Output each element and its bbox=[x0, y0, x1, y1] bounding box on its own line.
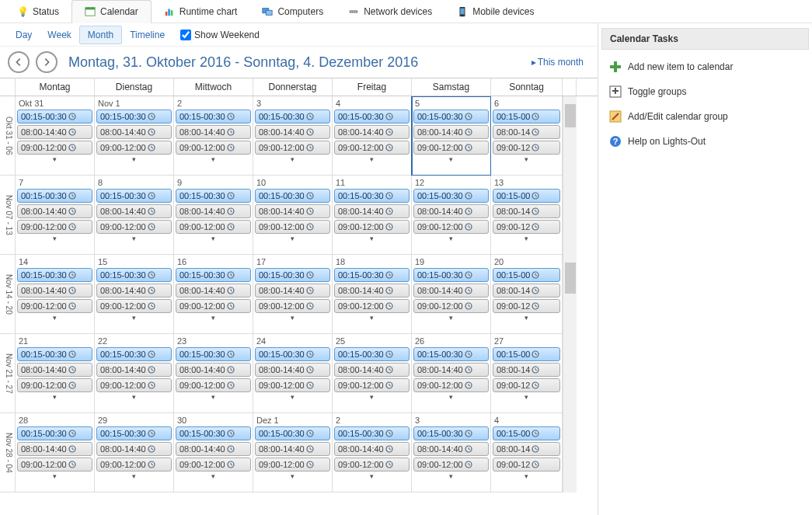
calendar-event[interactable]: 08:00-14:40 bbox=[17, 442, 92, 456]
day-cell[interactable]: 2100:15-00:3008:00-14:4009:00-12:00▾ bbox=[16, 334, 95, 413]
expand-day-icon[interactable]: ▾ bbox=[493, 472, 560, 480]
day-cell[interactable]: 2900:15-00:3008:00-14:4009:00-12:00▾ bbox=[95, 413, 174, 492]
calendar-event[interactable]: 08:00-14:40 bbox=[96, 204, 172, 218]
calendar-event[interactable]: 09:00-12:00 bbox=[413, 378, 489, 392]
calendar-event[interactable]: 09:00-12:00 bbox=[17, 378, 92, 392]
day-cell[interactable]: 2400:15-00:3008:00-14:4009:00-12:00▾ bbox=[253, 334, 333, 413]
calendar-event[interactable]: 00:15-00 bbox=[493, 426, 560, 440]
expand-day-icon[interactable]: ▾ bbox=[176, 155, 251, 163]
calendar-event[interactable]: 00:15-00 bbox=[493, 347, 560, 361]
scrollbar[interactable] bbox=[563, 255, 577, 334]
calendar-event[interactable]: 00:15-00:30 bbox=[334, 110, 409, 124]
calendar-event[interactable]: 09:00-12:00 bbox=[96, 299, 172, 313]
expand-day-icon[interactable]: ▾ bbox=[17, 313, 92, 322]
view-day[interactable]: Day bbox=[8, 26, 40, 43]
day-cell[interactable]: 400:15-0008:00-1409:00-12▾ bbox=[491, 413, 563, 492]
task-add-edit-group[interactable]: Add/Edit calendar group bbox=[601, 104, 809, 129]
day-cell[interactable]: Dez 100:15-00:3008:00-14:4009:00-12:00▾ bbox=[253, 413, 333, 492]
calendar-event[interactable]: 00:15-00:30 bbox=[17, 268, 92, 282]
calendar-event[interactable]: 08:00-14 bbox=[493, 125, 560, 139]
day-cell[interactable]: 1400:15-00:3008:00-14:4009:00-12:00▾ bbox=[16, 255, 95, 334]
calendar-event[interactable]: 08:00-14:40 bbox=[96, 442, 172, 456]
day-cell[interactable]: 1200:15-00:3008:00-14:4009:00-12:00▾ bbox=[412, 176, 491, 255]
expand-day-icon[interactable]: ▾ bbox=[96, 472, 172, 480]
day-cell[interactable]: Okt 3100:15-00:3008:00-14:4009:00-12:00▾ bbox=[16, 96, 95, 176]
calendar-event[interactable]: 09:00-12:00 bbox=[17, 458, 92, 472]
calendar-event[interactable]: 00:15-00:30 bbox=[17, 347, 92, 361]
calendar-event[interactable]: 00:15-00:30 bbox=[17, 426, 92, 440]
calendar-event[interactable]: 09:00-12:00 bbox=[334, 458, 409, 472]
calendar-event[interactable]: 00:15-00:30 bbox=[334, 426, 409, 440]
expand-day-icon[interactable]: ▾ bbox=[493, 234, 560, 242]
calendar-event[interactable]: 00:15-00:30 bbox=[96, 189, 172, 203]
task-help[interactable]: ? Help on Lights-Out bbox=[601, 129, 809, 154]
expand-day-icon[interactable]: ▾ bbox=[96, 155, 172, 163]
calendar-event[interactable]: 09:00-12:00 bbox=[413, 220, 489, 234]
calendar-event[interactable]: 08:00-14:40 bbox=[96, 125, 172, 139]
calendar-event[interactable]: 09:00-12:00 bbox=[17, 220, 92, 234]
calendar-event[interactable]: 00:15-00 bbox=[493, 189, 560, 203]
expand-day-icon[interactable]: ▾ bbox=[17, 155, 92, 163]
day-cell[interactable]: 300:15-00:3008:00-14:4009:00-12:00▾ bbox=[253, 96, 333, 176]
expand-day-icon[interactable]: ▾ bbox=[17, 472, 92, 480]
day-cell[interactable]: 3000:15-00:3008:00-14:4009:00-12:00▾ bbox=[174, 413, 253, 492]
calendar-event[interactable]: 08:00-14:40 bbox=[413, 442, 489, 456]
day-cell[interactable]: 700:15-00:3008:00-14:4009:00-12:00▾ bbox=[16, 176, 95, 255]
calendar-event[interactable]: 09:00-12 bbox=[493, 299, 560, 313]
calendar-event[interactable]: 08:00-14:40 bbox=[413, 363, 489, 377]
day-cell[interactable]: 800:15-00:3008:00-14:4009:00-12:00▾ bbox=[95, 176, 174, 255]
calendar-event[interactable]: 00:15-00:30 bbox=[96, 426, 172, 440]
calendar-event[interactable]: 08:00-14:40 bbox=[334, 363, 409, 377]
tab-computers[interactable]: Computers bbox=[249, 0, 336, 23]
calendar-event[interactable]: 00:15-00:30 bbox=[255, 110, 330, 124]
expand-day-icon[interactable]: ▾ bbox=[334, 234, 409, 242]
calendar-event[interactable]: 08:00-14:40 bbox=[413, 204, 489, 218]
calendar-event[interactable]: 09:00-12 bbox=[493, 378, 560, 392]
show-weekend-input[interactable] bbox=[180, 30, 191, 40]
this-month-link[interactable]: ▸ This month bbox=[531, 57, 590, 68]
expand-day-icon[interactable]: ▾ bbox=[334, 472, 409, 480]
calendar-event[interactable]: 08:00-14:40 bbox=[96, 363, 172, 377]
show-weekend-checkbox[interactable]: Show Weekend bbox=[180, 30, 260, 40]
calendar-event[interactable]: 08:00-14 bbox=[493, 442, 560, 456]
calendar-event[interactable]: 08:00-14:40 bbox=[334, 204, 409, 218]
tab-runtime-chart[interactable]: Runtime chart bbox=[152, 0, 250, 23]
calendar-event[interactable]: 08:00-14 bbox=[493, 284, 560, 298]
calendar-event[interactable]: 09:00-12:00 bbox=[176, 141, 251, 155]
expand-day-icon[interactable]: ▾ bbox=[96, 234, 172, 242]
calendar-event[interactable]: 08:00-14:40 bbox=[334, 442, 409, 456]
expand-day-icon[interactable]: ▾ bbox=[176, 472, 251, 480]
day-cell[interactable]: 900:15-00:3008:00-14:4009:00-12:00▾ bbox=[174, 176, 253, 255]
expand-day-icon[interactable]: ▾ bbox=[493, 155, 560, 163]
expand-day-icon[interactable]: ▾ bbox=[176, 392, 251, 401]
calendar-event[interactable]: 00:15-00:30 bbox=[255, 268, 330, 282]
calendar-event[interactable]: 09:00-12 bbox=[493, 220, 560, 234]
expand-day-icon[interactable]: ▾ bbox=[413, 392, 489, 401]
scrollbar[interactable] bbox=[563, 176, 577, 255]
calendar-event[interactable]: 00:15-00:30 bbox=[255, 426, 330, 440]
calendar-event[interactable]: 00:15-00:30 bbox=[334, 268, 409, 282]
expand-day-icon[interactable]: ▾ bbox=[493, 313, 560, 322]
calendar-event[interactable]: 00:15-00:30 bbox=[413, 110, 489, 124]
calendar-event[interactable]: 09:00-12:00 bbox=[255, 299, 330, 313]
expand-day-icon[interactable]: ▾ bbox=[255, 392, 330, 401]
day-cell[interactable]: 600:15-0008:00-1409:00-12▾ bbox=[491, 96, 563, 176]
expand-day-icon[interactable]: ▾ bbox=[255, 234, 330, 242]
calendar-event[interactable]: 00:15-00:30 bbox=[17, 189, 92, 203]
scrollbar[interactable] bbox=[563, 334, 577, 413]
calendar-event[interactable]: 00:15-00:30 bbox=[176, 347, 251, 361]
calendar-event[interactable]: 08:00-14:40 bbox=[96, 284, 172, 298]
view-month[interactable]: Month bbox=[79, 26, 122, 44]
day-cell[interactable]: 200:15-00:3008:00-14:4009:00-12:00▾ bbox=[333, 413, 412, 492]
calendar-event[interactable]: 00:15-00:30 bbox=[176, 189, 251, 203]
calendar-event[interactable]: 09:00-12:00 bbox=[96, 220, 172, 234]
calendar-event[interactable]: 00:15-00:30 bbox=[176, 426, 251, 440]
calendar-event[interactable]: 08:00-14:40 bbox=[176, 204, 251, 218]
day-cell[interactable]: 1700:15-00:3008:00-14:4009:00-12:00▾ bbox=[253, 255, 333, 334]
expand-day-icon[interactable]: ▾ bbox=[255, 155, 330, 163]
day-cell[interactable]: Nov 100:15-00:3008:00-14:4009:00-12:00▾ bbox=[95, 96, 174, 176]
expand-day-icon[interactable]: ▾ bbox=[413, 313, 489, 322]
calendar-event[interactable]: 08:00-14:40 bbox=[176, 125, 251, 139]
calendar-event[interactable]: 00:15-00:30 bbox=[176, 110, 251, 124]
day-cell[interactable]: 2800:15-00:3008:00-14:4009:00-12:00▾ bbox=[16, 413, 95, 492]
